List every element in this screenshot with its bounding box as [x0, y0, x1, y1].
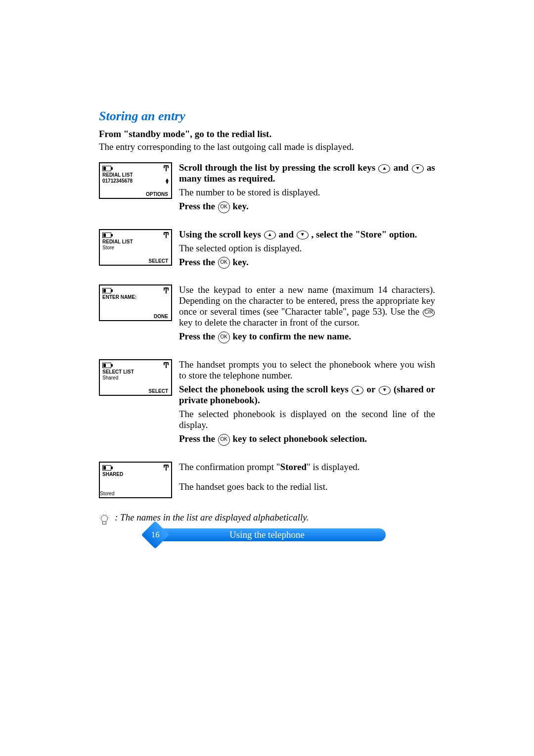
- instr-text: , select the "Store" option.: [312, 229, 417, 239]
- softkey-select: SELECT: [149, 388, 168, 394]
- scroll-up-key-icon: ▲: [378, 164, 390, 173]
- instr-text: and: [394, 162, 409, 173]
- instr-text: Use the keypad to enter a new name (maxi…: [179, 284, 435, 317]
- tip-note: ⋰ ⋱ : The names in the list are displaye…: [99, 512, 435, 526]
- instr-text: The selected phonebook is displayed on t…: [179, 409, 435, 430]
- instr-text: Press the: [179, 201, 215, 211]
- screen-line2: 01712345678: [102, 178, 133, 184]
- screen-line1: SHARED: [102, 472, 169, 477]
- screen-redial-store: REDIAL LIST Store SELECT: [99, 229, 172, 266]
- softkey-select: SELECT: [149, 258, 168, 264]
- tip-bulb-icon: ⋰ ⋱: [99, 512, 110, 526]
- instr-text: Select the phonebook using the scroll ke…: [179, 384, 349, 394]
- instr-text: The confirmation prompt ": [179, 462, 280, 472]
- screen-line2: Shared: [102, 375, 169, 381]
- instr-text: Press the: [179, 257, 215, 267]
- stored-word: Stored: [280, 462, 307, 472]
- battery-icon: [102, 465, 111, 471]
- instr-text: The selected option is displayed.: [179, 243, 435, 254]
- footer: 16 Using the telephone: [0, 528, 534, 541]
- scroll-down-key-icon: ▼: [297, 231, 309, 239]
- screen-line1: SELECT LIST: [102, 369, 169, 375]
- screen-line1: REDIAL LIST: [102, 239, 169, 245]
- screen-select-list: SELECT LIST Shared SELECT: [99, 359, 172, 396]
- instr-text: key to confirm the new name.: [233, 331, 352, 341]
- signal-icon: [164, 287, 169, 294]
- instr-text: The handset goes back to the redial list…: [179, 481, 435, 492]
- step-4: SELECT LIST Shared SELECT The handset pr…: [99, 359, 435, 449]
- scroll-down-key-icon: ▼: [379, 386, 391, 395]
- lead-plain: The entry corresponding to the last outg…: [99, 142, 435, 152]
- scroll-down-key-icon: ▼: [412, 164, 424, 173]
- instr-text: The handset prompts you to select the ph…: [179, 359, 435, 381]
- section-title: Storing an entry: [99, 109, 435, 124]
- battery-icon: [102, 233, 111, 238]
- instr-text: " is displayed.: [307, 462, 360, 472]
- step-3: ENTER NAME: DONE Use the keypad to enter…: [99, 284, 435, 346]
- softkey-done: DONE: [154, 314, 168, 319]
- battery-icon: [102, 288, 111, 293]
- screen-enter-name: ENTER NAME: DONE: [99, 284, 172, 321]
- clear-key-icon: C/R: [423, 308, 435, 317]
- instr-text: Scroll through the list by pressing the …: [179, 162, 375, 173]
- footer-pill: 16 Using the telephone: [148, 528, 386, 541]
- instr-text: The number to be stored is displayed.: [179, 187, 435, 198]
- step-5: SHARED Stored The confirmation prompt "S…: [99, 462, 435, 498]
- step-2: REDIAL LIST Store SELECT Using the scrol…: [99, 229, 435, 272]
- scroll-up-key-icon: ▲: [352, 386, 363, 395]
- softkey-stored: Stored: [100, 491, 114, 496]
- screen-stored: SHARED Stored: [99, 462, 172, 498]
- softkey-options: OPTIONS: [146, 191, 168, 197]
- instr-text: and: [278, 229, 294, 239]
- instr-text: key.: [233, 257, 249, 267]
- ok-key-icon: OK: [218, 201, 230, 213]
- battery-icon: [102, 166, 111, 171]
- instr-text: Using the scroll keys: [179, 229, 261, 239]
- instr-text: key to select phonebook selection.: [233, 433, 367, 444]
- updown-icon: ▲▼: [165, 178, 169, 184]
- screen-line1: REDIAL LIST: [102, 172, 169, 178]
- battery-icon: [102, 363, 111, 368]
- screen-line2: Store: [102, 245, 169, 251]
- scroll-up-key-icon: ▲: [264, 231, 276, 239]
- footer-label: Using the telephone: [229, 529, 305, 540]
- tip-text: : The names in the list are displayed al…: [115, 512, 309, 523]
- screen-redial-number: REDIAL LIST 01712345678 ▲▼ OPTIONS: [99, 162, 172, 199]
- ok-key-icon: OK: [218, 257, 230, 269]
- instr-text: key to delete the character in front of …: [179, 317, 359, 328]
- step-1: REDIAL LIST 01712345678 ▲▼ OPTIONS Scrol…: [99, 162, 435, 216]
- instr-text: Press the: [179, 331, 215, 341]
- signal-icon: [164, 465, 169, 472]
- signal-icon: [164, 362, 169, 369]
- ok-key-icon: OK: [218, 331, 230, 343]
- instr-text: or: [366, 384, 375, 394]
- instr-text: Press the: [179, 433, 215, 444]
- signal-icon: [164, 165, 169, 172]
- screen-line1: ENTER NAME:: [102, 294, 169, 300]
- signal-icon: [164, 232, 169, 239]
- lead-bold: From "standby mode", go to the redial li…: [99, 129, 435, 140]
- instr-text: key.: [233, 201, 249, 211]
- ok-key-icon: OK: [218, 434, 230, 446]
